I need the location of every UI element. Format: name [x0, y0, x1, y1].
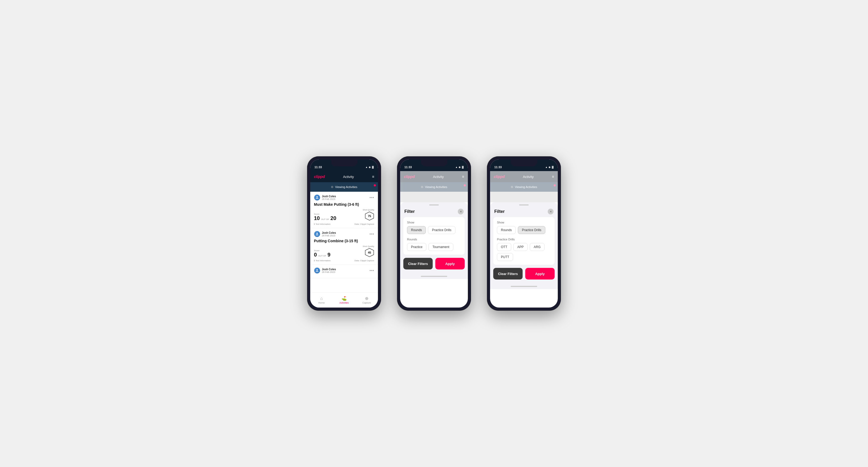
signal-icon: ▲ [366, 166, 368, 168]
practice-round-btn-2[interactable]: Practice [407, 243, 426, 251]
activities-icon-1: ⛳ [341, 296, 347, 301]
card-user-2: Josh Coles 28 Feb 2023 [314, 231, 336, 237]
activity-card-2[interactable]: Josh Coles 28 Feb 2023 ••• Putting Combi… [310, 228, 378, 265]
user-date-2: 28 Feb 2023 [322, 234, 336, 237]
app-header-2: clippd Activity ≡ [400, 171, 468, 182]
bottom-nav-1: ⌂ Home ⛳ Activities ⊕ Capture [310, 292, 378, 308]
wifi-icon-2: ◉ [459, 166, 461, 168]
nav-home-1[interactable]: ⌂ Home [310, 296, 333, 304]
nav-activities-label-1: Activities [339, 302, 349, 304]
home-icon-1: ⌂ [320, 296, 323, 301]
score-inline-1: 10 OUT OF 20 [314, 216, 363, 221]
dimmed-bg-2 [400, 192, 468, 202]
user-name-1: Josh Coles [322, 195, 336, 198]
show-buttons-3: Rounds Practice Drills [497, 226, 551, 234]
close-button-3[interactable]: ✕ [548, 209, 554, 214]
info-icon-2: ℹ [314, 259, 315, 262]
shot-quality-hex-1: 75 [365, 211, 374, 221]
card-menu-3[interactable]: ••• [369, 269, 374, 273]
rounds-show-btn-3[interactable]: Rounds [497, 226, 516, 234]
menu-icon-1[interactable]: ≡ [372, 175, 374, 179]
banner-notification-dot-1 [374, 184, 376, 186]
user-info-2: Josh Coles 28 Feb 2023 [322, 231, 336, 237]
filter-sheet-2: Filter ✕ Show Rounds Practice Drills Rou… [400, 202, 468, 274]
score-label-1: Score [314, 213, 363, 215]
rounds-show-btn-2[interactable]: Rounds [407, 226, 426, 234]
header-title-1: Activity [343, 175, 354, 179]
battery-icon-2: ▓ [462, 166, 464, 168]
practice-drills-label-3: Practice Drills [497, 238, 551, 241]
rounds-label-2: Rounds [407, 238, 461, 241]
header-title-2: Activity [433, 175, 444, 179]
apply-btn-3[interactable]: Apply [525, 268, 555, 280]
status-icons-1: ▲ ◉ ▓ [366, 166, 374, 168]
svg-point-2 [316, 233, 318, 234]
status-icons-3: ▲ ◉ ▓ [545, 166, 554, 168]
footer-data-1: Data: Clippd Capture [354, 223, 374, 225]
out-of-2: OUT OF [318, 255, 326, 257]
user-info-3: Josh Coles 28 Feb 2023 [322, 268, 336, 274]
show-label-2: Show [407, 221, 461, 224]
card-menu-1[interactable]: ••• [369, 195, 374, 200]
practice-drills-show-btn-3[interactable]: Practice Drills [518, 226, 545, 234]
app-header-1: clippd Activity ≡ [310, 171, 378, 182]
score-label-2: Score [314, 249, 363, 252]
user-name-3: Josh Coles [322, 268, 336, 271]
user-info-1: Josh Coles 28 Feb 2023 [322, 195, 336, 200]
svg-point-4 [316, 269, 318, 271]
status-time-2: 11:33 [404, 165, 412, 169]
avatar-2 [314, 231, 320, 237]
avatar-1 [314, 194, 320, 201]
phone-frame-3: 11:33 ▲ ◉ ▓ clippd Activity ≡ ⚙ Viewing … [487, 156, 561, 311]
card-header-2: Josh Coles 28 Feb 2023 ••• [314, 231, 374, 237]
avatar-inner-1 [314, 195, 320, 200]
shot-quality-label-2: Shot Quality [363, 245, 374, 248]
arg-btn-3[interactable]: ARG [530, 243, 545, 251]
nav-activities-1[interactable]: ⛳ Activities [333, 296, 355, 304]
activity-card-1[interactable]: Josh Coles 28 Feb 2023 ••• Must Make Put… [310, 192, 378, 228]
clear-filters-btn-2[interactable]: Clear Filters [403, 258, 433, 270]
footer-data-2: Data: Clippd Capture [354, 259, 374, 262]
status-time-3: 11:33 [494, 165, 502, 169]
score-value-2: 0 [314, 252, 317, 257]
nav-capture-1[interactable]: ⊕ Capture [355, 296, 378, 304]
close-button-2[interactable]: ✕ [458, 209, 464, 214]
practice-buttons-3: OTT APP ARG PUTT [497, 243, 551, 261]
nav-home-label-1: Home [318, 302, 325, 304]
score-inline-2: 0 OUT OF 9 [314, 252, 363, 257]
practice-drills-show-btn-2[interactable]: Practice Drills [428, 226, 455, 234]
tournament-round-btn-2[interactable]: Tournament [429, 243, 453, 251]
banner-dot-2 [464, 184, 466, 186]
shots-value-2: 9 [328, 252, 330, 257]
banner-settings-icon-3: ⚙ [511, 185, 513, 189]
ott-btn-3[interactable]: OTT [497, 243, 511, 251]
apply-btn-2[interactable]: Apply [435, 258, 465, 270]
battery-icon-3: ▓ [552, 166, 554, 168]
filter-title-3: Filter [494, 209, 505, 214]
dimmed-bg-3 [490, 192, 558, 202]
card-header-3: Josh Coles 28 Feb 2023 ••• [314, 267, 374, 274]
viewing-banner-text-1: Viewing Activities [335, 185, 357, 189]
notch-1 [331, 159, 357, 166]
viewing-banner-1[interactable]: ⚙ Viewing Activities [310, 182, 378, 192]
score-block-2: Score 0 OUT OF 9 [314, 249, 363, 257]
card-user-1: Josh Coles 28 Feb 2023 [314, 194, 336, 201]
avatar-inner-3 [314, 268, 320, 274]
clear-filters-btn-3[interactable]: Clear Filters [493, 268, 523, 280]
filter-actions-2: Clear Filters Apply [400, 258, 468, 274]
phone-screen-3: 11:33 ▲ ◉ ▓ clippd Activity ≡ ⚙ Viewing … [490, 159, 558, 308]
rounds-section-2: Rounds Practice Tournament [407, 238, 461, 251]
filter-body-2: Show Rounds Practice Drills Rounds Pract… [403, 217, 465, 255]
capture-icon-1: ⊕ [365, 296, 368, 301]
bottom-indicator-2 [400, 274, 468, 279]
card-user-3: Josh Coles 28 Feb 2023 [314, 267, 336, 274]
card-menu-2[interactable]: ••• [369, 232, 374, 236]
banner-dot-3 [554, 184, 556, 186]
filter-header-2: Filter ✕ [400, 206, 468, 217]
activity-card-3[interactable]: Josh Coles 28 Feb 2023 ••• [310, 265, 378, 278]
shot-quality-block-1: Shot Quality 75 [363, 209, 374, 221]
avatar-3 [314, 267, 320, 274]
app-btn-3[interactable]: APP [513, 243, 528, 251]
banner-settings-icon-1: ⚙ [331, 185, 334, 189]
putt-btn-3[interactable]: PUTT [497, 253, 513, 261]
